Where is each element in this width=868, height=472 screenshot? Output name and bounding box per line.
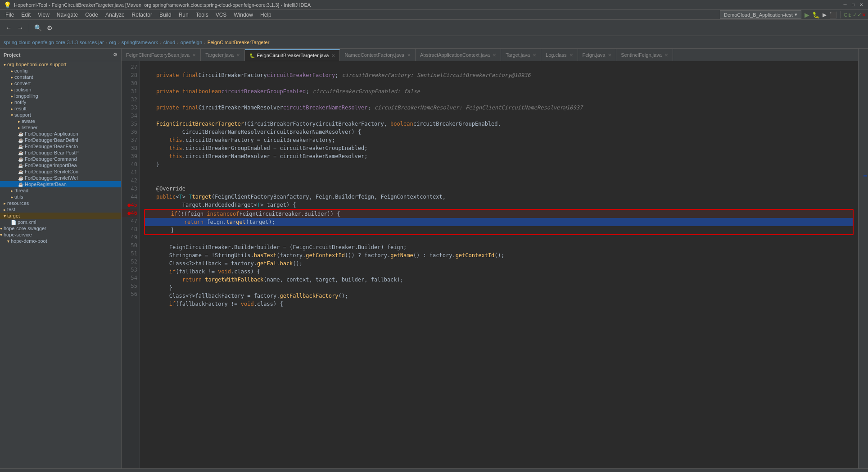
- tree-label: pom.xml: [18, 219, 36, 225]
- tree-item-ForDebuggerBeanPostP[interactable]: ☕ ForDebuggerBeanPostP: [0, 150, 121, 156]
- tree-item-resources[interactable]: ▸ resources: [0, 200, 121, 206]
- folder-icon: ▸: [4, 201, 6, 206]
- menu-build[interactable]: Build: [156, 11, 175, 19]
- tree-item-support[interactable]: ▾ support: [0, 112, 121, 118]
- breadcrumb-springframework[interactable]: springframework: [122, 40, 158, 45]
- tree-item-ForDebuggerCommand[interactable]: ☕ ForDebuggerCommand: [0, 156, 121, 162]
- tab-Feign[interactable]: Feign.java ✕: [578, 49, 617, 61]
- tree-item-utils[interactable]: ▸ utils: [0, 194, 121, 200]
- close-icon[interactable]: ✕: [407, 53, 411, 58]
- menu-view[interactable]: View: [34, 11, 53, 19]
- close-icon[interactable]: ✕: [236, 53, 240, 58]
- services-panel-header: Services ⚙ ⚙ —: [0, 469, 868, 472]
- toolbar-back-icon[interactable]: ←: [4, 23, 14, 33]
- breadcrumb-org[interactable]: org: [109, 40, 116, 45]
- tree-item-test[interactable]: ▸ test: [0, 206, 121, 213]
- close-icon[interactable]: ✕: [493, 53, 496, 58]
- menu-help[interactable]: Help: [257, 11, 275, 19]
- titlebar-controls[interactable]: ─ □ ✕: [842, 2, 864, 8]
- git-x[interactable]: ✕: [862, 12, 866, 18]
- tab-SentinelFeign[interactable]: SentinelFeign.java ✕: [616, 49, 673, 61]
- tree-item-ForDebuggerImportBea[interactable]: ☕ ForDebuggerImportBea: [0, 162, 121, 168]
- menu-navigate[interactable]: Navigate: [53, 11, 81, 19]
- tree-item-target[interactable]: ▾ target: [0, 213, 121, 219]
- menu-run[interactable]: Run: [175, 11, 192, 19]
- tree-label: longpolling: [14, 93, 38, 99]
- tree-label: config: [14, 68, 27, 73]
- toolbar-search-icon[interactable]: 🔍: [33, 23, 43, 33]
- menu-vcs[interactable]: VCS: [212, 11, 231, 19]
- tab-AbstractApplicationContext[interactable]: AbstractApplicationContext.java ✕: [416, 49, 501, 61]
- tree-item-convert[interactable]: ▸ convert: [0, 80, 121, 86]
- toolbar-settings-icon[interactable]: ⚙: [45, 23, 54, 33]
- close-icon[interactable]: ✕: [570, 53, 573, 58]
- tree-item-hope-core-swagger[interactable]: ▾ hope-core-swagger: [0, 225, 121, 231]
- folder-icon: ▸: [11, 100, 13, 105]
- git-check2[interactable]: ✓: [857, 12, 862, 18]
- breadcrumb-cloud[interactable]: cloud: [163, 40, 175, 45]
- tree-item-ForDebuggerBeanDefini[interactable]: ☕ ForDebuggerBeanDefini: [0, 137, 121, 143]
- minimize-button[interactable]: ─: [842, 2, 848, 8]
- menu-window[interactable]: Window: [230, 11, 257, 19]
- close-icon[interactable]: ✕: [665, 53, 668, 58]
- tree-label: test: [7, 207, 15, 212]
- tree-item-ForDebuggerServletWel[interactable]: ☕ ForDebuggerServletWel: [0, 175, 121, 181]
- tree-item-aware[interactable]: ▸ aware: [0, 118, 121, 124]
- code-line-51: Class<?> fallback = factory.getFallback(…: [143, 259, 854, 268]
- close-icon[interactable]: ✕: [331, 53, 335, 58]
- menu-refactor[interactable]: Refactor: [128, 11, 156, 19]
- run-button[interactable]: ▶: [803, 11, 811, 18]
- menu-tools[interactable]: Tools: [192, 11, 212, 19]
- tab-FeignCircuitBreakerTargeter[interactable]: 🐛 FeignCircuitBreakerTargeter.java ✕: [245, 49, 340, 61]
- tree-item-hope-service[interactable]: ▾ hope-service: [0, 231, 121, 238]
- sidebar-settings-icon[interactable]: ⚙: [113, 52, 118, 58]
- close-icon[interactable]: ✕: [608, 53, 611, 58]
- folder-icon: ▾: [0, 232, 2, 237]
- tree-item-HopeRegisterBean[interactable]: ☕ HopeRegisterBean: [0, 181, 121, 187]
- tab-FeignClientFactoryBean[interactable]: FeignClientFactoryBean.java ✕: [122, 49, 201, 61]
- close-icon[interactable]: ✕: [533, 53, 536, 58]
- code-content[interactable]: private final CircuitBreakerFactory circ…: [140, 61, 858, 468]
- tree-item-jackson[interactable]: ▸ jackson: [0, 86, 121, 93]
- menu-analyze[interactable]: Analyze: [102, 11, 128, 19]
- tree-item-hopehomi[interactable]: ▾ org.hopehomi.core.support: [0, 61, 121, 68]
- tree-item-config[interactable]: ▸ config: [0, 68, 121, 74]
- maximize-button[interactable]: □: [850, 2, 856, 8]
- code-line-35: CircuitBreakerNameResolver circuitBreake…: [143, 128, 854, 136]
- run-config-dropdown[interactable]: DemoCloud_B_Application-test ▾: [720, 10, 801, 19]
- tree-item-notify[interactable]: ▸ notify: [0, 99, 121, 105]
- tab-Targeter[interactable]: Targeter.java ✕: [201, 49, 245, 61]
- menu-edit[interactable]: Edit: [18, 11, 34, 19]
- close-icon[interactable]: ✕: [192, 53, 196, 58]
- tree-item-ForDebuggerApplication[interactable]: ☕ ForDebuggerApplication: [0, 131, 121, 137]
- tree-item-result[interactable]: ▸ result: [0, 105, 121, 112]
- tree-item-ForDebuggerBeanFacto[interactable]: ☕ ForDebuggerBeanFacto: [0, 143, 121, 150]
- tree-item-ForDebuggerServletCon[interactable]: ☕ ForDebuggerServletCon: [0, 168, 121, 175]
- java-file-icon: ☕: [18, 150, 23, 155]
- toolbar-forward-icon[interactable]: →: [15, 23, 25, 33]
- debug-button[interactable]: 🐛: [811, 11, 821, 18]
- tab-Log[interactable]: Log.class ✕: [541, 49, 578, 61]
- code-editor[interactable]: 27 28 30 31 32 33 34 35 36 37 38 39 40 4…: [122, 61, 858, 468]
- tree-label: ForDebuggerServletCon: [25, 169, 78, 174]
- tree-item-hope-demo-boot[interactable]: ▾ hope-demo-boot: [0, 238, 121, 244]
- tree-item-longpolling[interactable]: ▸ longpolling: [0, 93, 121, 99]
- run-coverage-button[interactable]: ▶: [821, 12, 828, 18]
- tree-item-constant[interactable]: ▸ constant: [0, 74, 121, 80]
- menu-file[interactable]: File: [2, 11, 18, 19]
- tree-item-listener[interactable]: ▸ listener: [0, 124, 121, 131]
- editor-tabs: FeignClientFactoryBean.java ✕ Targeter.j…: [122, 49, 858, 61]
- toolbar-sep1: [840, 11, 841, 18]
- close-button[interactable]: ✕: [858, 2, 864, 8]
- tab-NamedContextFactory[interactable]: NamedContextFactory.java ✕: [340, 49, 415, 61]
- folder-icon: ▸: [18, 125, 20, 130]
- breadcrumb-openfeign[interactable]: openfeign: [181, 40, 202, 45]
- tree-item-thread[interactable]: ▸ thread: [0, 187, 121, 194]
- git-check[interactable]: ✓: [853, 12, 857, 18]
- stop-button[interactable]: ⬛: [828, 11, 838, 18]
- tree-item-pom[interactable]: 📄 pom.xml: [0, 219, 121, 225]
- tab-Target[interactable]: Target.java ✕: [501, 49, 541, 61]
- breadcrumb-jar[interactable]: spring-cloud-openfeign-core-3.1.3-source…: [4, 40, 104, 45]
- tree-label: ForDebuggerApplication: [25, 131, 78, 136]
- menu-code[interactable]: Code: [81, 11, 102, 19]
